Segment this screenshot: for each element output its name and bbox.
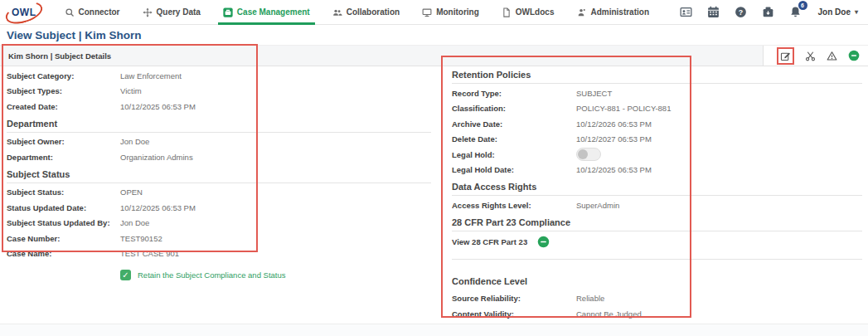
field-row-case-number: Case Number:TEST90152 xyxy=(7,231,431,246)
field-value: 10/12/2026 06:53 PM xyxy=(576,119,652,129)
svg-text:?: ? xyxy=(738,8,742,17)
field-value: 10/12/2025 06:53 PM xyxy=(120,203,196,212)
divider xyxy=(452,259,862,260)
field-row-subject-category: Subject Category:Law Enforcement xyxy=(7,68,431,84)
legal-hold-toggle[interactable] xyxy=(576,148,601,161)
nav-item-administration[interactable]: Administration xyxy=(576,0,649,25)
contact-card-icon xyxy=(680,6,692,18)
nav-item-monitoring[interactable]: Monitoring xyxy=(422,0,479,25)
nav-item-label: Monitoring xyxy=(436,7,479,17)
briefcase-icon xyxy=(223,7,233,17)
field-value: TEST90152 xyxy=(120,234,162,243)
field-row-archive-date: Archive Date:10/12/2026 06:53 PM xyxy=(452,116,862,132)
warning-triangle-icon xyxy=(827,51,837,61)
nav-item-owldocs[interactable]: OWLdocs xyxy=(502,0,555,25)
nav-item-label: Collaboration xyxy=(347,7,400,17)
collapse-minus-icon xyxy=(537,236,550,248)
field-row-department: Department:Organization Admins xyxy=(7,149,431,165)
page-footer xyxy=(0,324,868,336)
field-row-legal-hold-date: Legal Hold Date:10/12/2025 06:53 PM xyxy=(452,163,862,178)
tab-label: Kim Shorn | Subject Details xyxy=(8,51,111,61)
field-label: Status Updated Date: xyxy=(7,203,120,212)
warning-triangle-button[interactable] xyxy=(827,51,837,61)
field-label: Department: xyxy=(7,153,120,162)
panel-tabbar: Kim Shorn | Subject Details xyxy=(0,45,868,66)
field-label: Subject Types: xyxy=(7,86,120,95)
section-heading-subject-status: Subject Status xyxy=(7,165,431,183)
nav-item-label: Case Management xyxy=(237,7,310,17)
field-value: POLICY-881 - POLICY-881 xyxy=(576,104,671,113)
field-value: 10/12/2027 06:53 PM xyxy=(576,134,652,144)
navbar-icon-group: ?6 xyxy=(680,6,802,18)
retain-compliance-checkbox[interactable]: ✓ xyxy=(120,270,131,280)
section-heading-confidence-level: Confidence Level xyxy=(452,272,862,290)
collapse-minus-icon xyxy=(848,50,860,61)
field-label: Source Reliability: xyxy=(452,294,576,303)
field-label: Created Date: xyxy=(7,102,120,111)
field-label: Classification: xyxy=(452,104,576,113)
package-icon xyxy=(762,6,774,18)
retention-policies-column: Retention PoliciesRecord Type:SUBJECTCla… xyxy=(452,66,862,336)
bell-button[interactable]: 6 xyxy=(789,6,802,18)
field-label: Content Validity: xyxy=(452,309,576,319)
field-label: Subject Category: xyxy=(7,71,120,80)
calendar-button[interactable] xyxy=(707,6,720,18)
field-row-legal-hold: Legal Hold: xyxy=(452,147,862,163)
nav-item-query-data[interactable]: Query Data xyxy=(143,0,201,25)
nav-item-connector[interactable]: Connector xyxy=(65,0,120,25)
people-icon xyxy=(332,7,342,17)
app-window: OWL ConnectorQuery DataCase ManagementCo… xyxy=(0,0,868,336)
subject-details-column: Subject Category:Law EnforcementSubject … xyxy=(7,68,431,284)
calendar-icon xyxy=(707,6,720,18)
field-row-subject-types: Subject Types:Victim xyxy=(7,84,431,100)
contact-card-button[interactable] xyxy=(680,6,692,18)
tab-subject-details[interactable]: Kim Shorn | Subject Details xyxy=(0,46,764,66)
owl-logo[interactable]: OWL xyxy=(7,3,41,22)
nav-item-case-management[interactable]: Case Management xyxy=(223,0,310,25)
user-name: Jon Doe xyxy=(818,7,851,17)
navbar-right: ?6 Jon Doe ▾ xyxy=(680,6,858,18)
field-value: SuperAdmin xyxy=(576,201,619,210)
field-row-delete-date: Delete Date:10/12/2027 06:53 PM xyxy=(452,132,862,148)
help-icon: ? xyxy=(735,6,747,18)
field-value: 10/12/2025 06:53 PM xyxy=(120,102,196,111)
field-value: Jon Doe xyxy=(120,218,149,227)
monitor-icon xyxy=(422,7,432,17)
field-row-content-validity: Content Validity:Cannot Be Judged xyxy=(452,306,862,322)
nav-item-label: Administration xyxy=(590,7,649,17)
user-menu[interactable]: Jon Doe ▾ xyxy=(818,7,858,17)
package-button[interactable] xyxy=(762,6,774,18)
field-row-classification: Classification:POLICY-881 - POLICY-881 xyxy=(452,101,862,117)
field-label: Case Name: xyxy=(7,249,120,258)
page-title: View Subject | Kim Shorn xyxy=(0,25,868,45)
field-label: Legal Hold: xyxy=(452,150,576,159)
field-row-subject-owner: Subject Owner:Jon Doe xyxy=(7,134,431,150)
notification-badge: 6 xyxy=(798,1,807,10)
field-row-case-name: Case Name:TEST CASE 901 xyxy=(7,246,431,262)
field-label: Subject Owner: xyxy=(7,137,120,146)
nav-item-label: OWLdocs xyxy=(516,7,555,17)
field-row-status-updated-date: Status Updated Date:10/12/2025 06:53 PM xyxy=(7,200,431,216)
field-value: SUBJECT xyxy=(576,89,612,98)
field-value: OPEN xyxy=(120,187,143,197)
section-heading-data-access-rights: Data Access Rights xyxy=(452,178,862,196)
field-value: Law Enforcement xyxy=(120,71,182,80)
field-label: Legal Hold Date: xyxy=(452,165,576,174)
help-button[interactable]: ? xyxy=(735,6,747,18)
field-label: Access Rights Level: xyxy=(452,201,576,210)
action-row-view-28-cfr-part-23: View 28 CFR Part 23 xyxy=(452,233,862,251)
section-heading-retention-policies: Retention Policies xyxy=(452,66,862,84)
field-label: Delete Date: xyxy=(452,134,576,144)
nav-item-collaboration[interactable]: Collaboration xyxy=(332,0,400,25)
scissors-icon xyxy=(805,51,816,61)
edit-button[interactable] xyxy=(777,47,794,65)
field-label: Record Type: xyxy=(452,89,576,98)
collapse-minus-button[interactable] xyxy=(848,50,860,61)
top-navbar: OWL ConnectorQuery DataCase ManagementCo… xyxy=(0,0,868,25)
view-28-cfr-part-23-toggle[interactable] xyxy=(537,236,550,248)
checkbox-row: ✓Retain the Subject Compliance and Statu… xyxy=(7,265,431,284)
field-label: Subject Status Updated By: xyxy=(7,218,120,227)
scissors-button[interactable] xyxy=(805,51,816,61)
field-value: Cannot Be Judged xyxy=(576,309,642,319)
field-row-record-type: Record Type:SUBJECT xyxy=(452,85,862,101)
